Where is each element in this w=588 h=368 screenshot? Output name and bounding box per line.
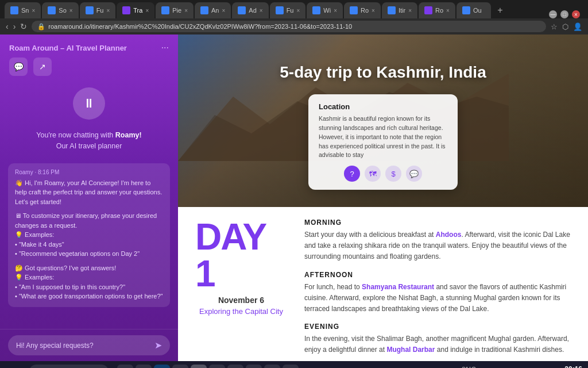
afternoon-section: AFTERNOON For lunch, head to Shamyana Re…	[304, 271, 571, 315]
chat-intro-text: 👋 Hi, I'm Roamy, your AI Concierge! I'm …	[15, 178, 163, 207]
address-bar[interactable]: 🔒 roamaround.io/itinerary/Kashmir%2C%20I…	[32, 21, 546, 32]
extensions-icon[interactable]: ⬡	[562, 22, 568, 31]
lock-icon: 🔒	[37, 23, 45, 30]
taskbar-app-photos[interactable]: 🖼	[227, 365, 243, 368]
tab-close-8[interactable]: ×	[334, 7, 337, 14]
forward-button[interactable]: ›	[13, 22, 16, 31]
taskbar-app-store[interactable]: 🛍	[172, 365, 188, 368]
minimize-button[interactable]: —	[549, 10, 557, 18]
tab-0[interactable]: Sn ×	[5, 2, 41, 18]
tab-close-0[interactable]: ×	[32, 7, 35, 14]
tab-11[interactable]: Ro ×	[419, 2, 455, 18]
start-button[interactable]: ⊞	[6, 363, 24, 368]
morning-text: Start your day with a delicious breakfas…	[304, 229, 571, 263]
mughal-darbar-link[interactable]: Mughal Darbar	[386, 346, 435, 354]
evening-label: EVENING	[304, 323, 571, 331]
tab-favicon-5	[200, 6, 208, 14]
maximize-button[interactable]: □	[560, 10, 568, 18]
taskbar-app-mail[interactable]: ✉	[209, 365, 225, 368]
tab-8[interactable]: Wi ×	[307, 2, 343, 18]
map-icon-button[interactable]: 🗺	[365, 166, 381, 182]
tab-close-2[interactable]: ×	[106, 7, 110, 14]
tab-close-4[interactable]: ×	[184, 7, 188, 14]
info-icon-button[interactable]: ?	[344, 166, 360, 182]
tab-close-11[interactable]: ×	[446, 7, 450, 14]
tab-favicon-0	[10, 6, 18, 14]
taskbar-app-settings[interactable]: ⚙	[246, 365, 262, 368]
afternoon-text: For lunch, head to Shamyana Restaurant a…	[304, 282, 571, 315]
tab-close-9[interactable]: ×	[372, 7, 375, 14]
tab-close-7[interactable]: ×	[296, 7, 300, 14]
share-icon-button[interactable]: ↗	[33, 57, 52, 76]
evening-text: In the evening, visit the Shalimar Bagh,…	[304, 334, 571, 355]
navigation-bar: ‹ › ↻ 🔒 roamaround.io/itinerary/Kashmir%…	[0, 18, 588, 34]
browser-chrome: Sn × So × Fu × Tra × Pie × An ×	[0, 0, 588, 34]
taskbar-app-edge[interactable]: 🌐	[154, 365, 170, 368]
roamy-intro-text: You're now chatting with Roamy!Our AI tr…	[0, 125, 178, 159]
tab-7[interactable]: Fu ×	[270, 2, 306, 18]
chat-input-box[interactable]: Hi! Any special requests? ➤	[8, 335, 170, 355]
tab-6[interactable]: Ad ×	[232, 2, 268, 18]
sidebar-menu-button[interactable]: ···	[161, 43, 169, 53]
taskbar-app-dell[interactable]: 💻	[264, 365, 280, 368]
chat-send-button[interactable]: ➤	[154, 340, 162, 351]
location-card: Location Kashmir is a beautiful region k…	[308, 94, 458, 190]
profile-icon[interactable]: 👤	[573, 22, 582, 31]
bookmark-star-icon[interactable]: ☆	[551, 22, 558, 31]
chat-qa-text: 🤔 Got questions? I've got answers! 💡 Exa…	[15, 263, 163, 301]
close-button[interactable]: ×	[572, 10, 580, 18]
taskbar: ⊞ 🔍 Search 🚲 📁 🌐 🛍 🔵 ✉ 🖼 ⚙ 💻 W 31°C Haze…	[0, 361, 588, 368]
tab-3-active[interactable]: Tra ×	[117, 2, 154, 18]
ahdoos-link[interactable]: Ahdoos	[436, 231, 462, 239]
tab-2[interactable]: Fu ×	[80, 2, 116, 18]
location-action-icons: ? 🗺 $ 💬	[319, 166, 447, 182]
tab-favicon-1	[48, 6, 56, 14]
tab-close-10[interactable]: ×	[408, 7, 412, 14]
tab-1[interactable]: So ×	[42, 2, 78, 18]
shamyana-link[interactable]: Shamyana Restaurant	[362, 283, 434, 291]
clock-time: 20:16	[550, 365, 582, 368]
hero-title: 5-day trip to Kashmir, India	[280, 63, 486, 82]
taskbar-temperature: 31°C Haze	[462, 366, 477, 368]
tab-10[interactable]: Itir ×	[382, 2, 417, 18]
chat-input-placeholder: Hi! Any special requests?	[16, 342, 150, 350]
tab-favicon-12	[462, 6, 470, 14]
new-tab-button[interactable]: +	[492, 2, 508, 18]
afternoon-label: AFTERNOON	[304, 271, 571, 279]
tab-close-5[interactable]: ×	[222, 7, 225, 14]
itinerary-body: DAY 1 November 6 Exploring the Capital C…	[178, 207, 588, 361]
tab-close-3[interactable]: ×	[145, 7, 149, 14]
tab-9[interactable]: Ro ×	[344, 2, 381, 18]
tab-12[interactable]: Ou	[457, 2, 491, 18]
day1-number: DAY 1	[195, 218, 287, 292]
message-icon-button[interactable]: 💬	[406, 166, 422, 182]
taskbar-app-chrome[interactable]: 🔵	[191, 365, 207, 368]
taskbar-right: 31°C Haze 📶 🔊 🔋 ENG IN 20:16 15-10-2023	[462, 365, 582, 368]
sidebar: Roam Around – AI Travel Planner ··· 💬 ↗ …	[0, 34, 178, 361]
avatar-area: ⏸	[0, 82, 178, 125]
day1-layout: DAY 1 November 6 Exploring the Capital C…	[195, 218, 571, 361]
taskbar-search[interactable]: 🔍 Search	[29, 365, 109, 368]
chat-icon-button[interactable]: 💬	[9, 57, 28, 76]
tab-favicon-2	[86, 6, 94, 14]
morning-section: MORNING Start your day with a delicious …	[304, 218, 571, 263]
chat-input-area: Hi! Any special requests? ➤	[0, 329, 178, 361]
tab-close-1[interactable]: ×	[69, 7, 73, 14]
morning-label: MORNING	[304, 218, 571, 227]
tab-5[interactable]: An ×	[195, 2, 231, 18]
tab-4[interactable]: Pie ×	[156, 2, 194, 18]
taskbar-app-bike[interactable]: 🚲	[117, 365, 133, 368]
chat-area: Roamy · 8:16 PM 👋 Hi, I'm Roamy, your AI…	[0, 159, 178, 329]
tab-favicon-3	[122, 6, 130, 14]
tab-close-6[interactable]: ×	[260, 7, 263, 14]
taskbar-app-folder[interactable]: 📁	[136, 365, 152, 368]
taskbar-app-word[interactable]: W	[283, 365, 299, 368]
back-button[interactable]: ‹	[6, 22, 9, 31]
reload-button[interactable]: ↻	[20, 22, 27, 31]
content-area: 5-day trip to Kashmir, India Location Ka…	[178, 34, 588, 361]
location-card-text: Kashmir is a beautiful region known for …	[319, 114, 447, 160]
evening-section: EVENING In the evening, visit the Shalim…	[304, 323, 571, 355]
roamy-avatar: ⏸	[73, 87, 105, 120]
url-text: roamaround.io/itinerary/Kashmir%2C%20Ind…	[48, 23, 352, 30]
currency-icon-button[interactable]: $	[385, 166, 401, 182]
